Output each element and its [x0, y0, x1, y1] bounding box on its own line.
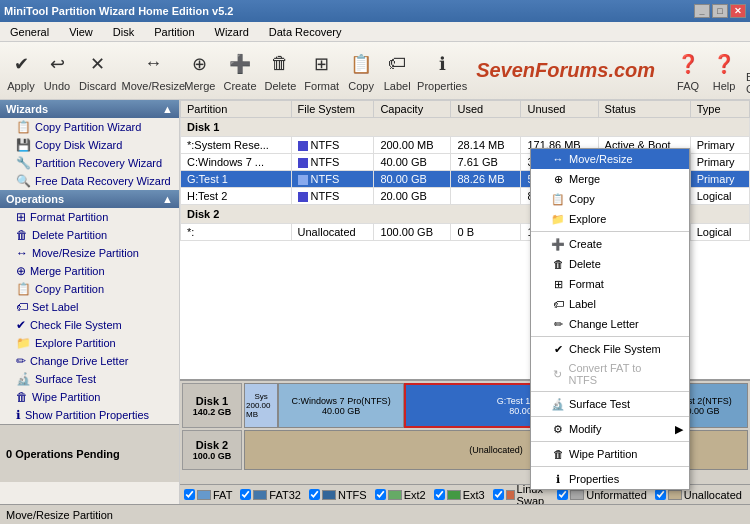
minimize-button[interactable]: _	[694, 4, 710, 18]
ctx-modify[interactable]: ⚙ Modify ▶	[531, 419, 689, 439]
sidebar-format-partition[interactable]: ⊞ Format Partition	[0, 208, 179, 226]
ctx-change-letter[interactable]: ✏ Change Letter	[531, 314, 689, 334]
brand-text: SevenForums.com	[476, 59, 663, 82]
menu-disk[interactable]: Disk	[107, 24, 140, 40]
operations-pending: 0 Operations Pending	[0, 424, 179, 482]
sidebar-surface-test[interactable]: 🔬 Surface Test	[0, 370, 179, 388]
ctx-copy-icon: 📋	[551, 192, 565, 206]
disk1-header: Disk 1	[181, 118, 750, 137]
ctx-label[interactable]: 🏷 Label	[531, 294, 689, 314]
format-partition-icon: ⊞	[16, 210, 26, 224]
legend-ext2-checkbox[interactable]	[375, 489, 386, 500]
ctx-explore[interactable]: 📁 Explore	[531, 209, 689, 229]
legend-fat[interactable]: FAT	[184, 489, 232, 501]
wizards-header[interactable]: Wizards ▲	[0, 100, 179, 118]
sidebar-partition-recovery-wizard[interactable]: 🔧 Partition Recovery Wizard	[0, 154, 179, 172]
toolbar-apply[interactable]: ✔ Apply	[4, 45, 38, 97]
ctx-explore-icon: 📁	[551, 212, 565, 226]
toolbar-help[interactable]: ❓ Help	[707, 45, 741, 97]
toolbar-bootable-cd[interactable]: 💿 Bootable CD	[743, 45, 750, 97]
menu-wizard[interactable]: Wizard	[209, 24, 255, 40]
disk1-sys-segment[interactable]: Sys 200.00 MB	[244, 383, 278, 428]
toolbar-create[interactable]: ➕ Create	[220, 45, 259, 97]
ctx-copy[interactable]: 📋 Copy	[531, 189, 689, 209]
ctx-label-icon: 🏷	[551, 297, 565, 311]
wipe-partition-icon: 🗑	[16, 390, 28, 404]
toolbar-format[interactable]: ⊞ Format	[301, 45, 342, 97]
ctx-merge-icon: ⊕	[551, 172, 565, 186]
ctx-change-letter-icon: ✏	[551, 317, 565, 331]
show-partition-props-icon: ℹ	[16, 408, 21, 422]
title-text: MiniTool Partition Wizard Home Edition v…	[4, 5, 234, 17]
ctx-delete-icon: 🗑	[551, 257, 565, 271]
legend-unformatted[interactable]: Unformatted	[557, 489, 647, 501]
copy-partition-sidebar-icon: 📋	[16, 282, 31, 296]
toolbar-label[interactable]: 🏷 Label	[380, 45, 414, 97]
sidebar-free-data-recovery-wizard[interactable]: 🔍 Free Data Recovery Wizard	[0, 172, 179, 190]
sidebar-copy-disk-wizard[interactable]: 💾 Copy Disk Wizard	[0, 136, 179, 154]
legend-fat-checkbox[interactable]	[184, 489, 195, 500]
ctx-properties[interactable]: ℹ Properties	[531, 469, 689, 489]
col-used: Used	[451, 101, 521, 118]
legend-ntfs-checkbox[interactable]	[309, 489, 320, 500]
legend-ext2[interactable]: Ext2	[375, 489, 426, 501]
close-button[interactable]: ✕	[730, 4, 746, 18]
sidebar-wipe-partition[interactable]: 🗑 Wipe Partition	[0, 388, 179, 406]
ctx-move-resize-icon: ↔	[551, 152, 565, 166]
toolbar-move-resize[interactable]: ↔ Move/Resize	[127, 45, 179, 97]
ctx-wipe-partition[interactable]: 🗑 Wipe Partition	[531, 444, 689, 464]
sidebar-show-partition-properties[interactable]: ℹ Show Partition Properties	[0, 406, 179, 424]
legend-unformatted-checkbox[interactable]	[557, 489, 568, 500]
toolbar-discard[interactable]: ✕ Discard	[76, 45, 119, 97]
legend-linux-swap-checkbox[interactable]	[493, 489, 504, 500]
sidebar-delete-partition[interactable]: 🗑 Delete Partition	[0, 226, 179, 244]
ctx-check-file-system[interactable]: ✔ Check File System	[531, 339, 689, 359]
status-text: Move/Resize Partition	[6, 509, 113, 521]
menu-partition[interactable]: Partition	[148, 24, 200, 40]
ctx-surface-test[interactable]: 🔬 Surface Test	[531, 394, 689, 414]
sidebar-merge-partition[interactable]: ⊕ Merge Partition	[0, 262, 179, 280]
toolbar-merge[interactable]: ⊕ Merge	[181, 45, 218, 97]
toolbar-undo[interactable]: ↩ Undo	[40, 45, 74, 97]
ctx-move-resize[interactable]: ↔ Move/Resize	[531, 149, 689, 169]
ctx-divider-3	[531, 391, 689, 392]
maximize-button[interactable]: □	[712, 4, 728, 18]
sidebar-copy-partition[interactable]: 📋 Copy Partition	[0, 280, 179, 298]
legend-ntfs[interactable]: NTFS	[309, 489, 367, 501]
sidebar-set-label[interactable]: 🏷 Set Label	[0, 298, 179, 316]
legend-fat32-checkbox[interactable]	[240, 489, 251, 500]
ctx-merge[interactable]: ⊕ Merge	[531, 169, 689, 189]
sidebar-move-resize-partition[interactable]: ↔ Move/Resize Partition	[0, 244, 179, 262]
label-icon: 🏷	[383, 50, 411, 78]
sidebar-copy-partition-wizard[interactable]: 📋 Copy Partition Wizard	[0, 118, 179, 136]
ctx-delete[interactable]: 🗑 Delete	[531, 254, 689, 274]
ctx-create[interactable]: ➕ Create	[531, 234, 689, 254]
sidebar-change-drive-letter[interactable]: ✏ Change Drive Letter	[0, 352, 179, 370]
legend-fat32[interactable]: FAT32	[240, 489, 301, 501]
col-capacity: Capacity	[374, 101, 451, 118]
ctx-format[interactable]: ⊞ Format	[531, 274, 689, 294]
menu-data-recovery[interactable]: Data Recovery	[263, 24, 348, 40]
partition-name: *:System Rese...	[181, 137, 292, 154]
toolbar-copy[interactable]: 📋 Copy	[344, 45, 378, 97]
legend-ext3-checkbox[interactable]	[434, 489, 445, 500]
menu-general[interactable]: General	[4, 24, 55, 40]
legend-unallocated[interactable]: Unallocated	[655, 489, 742, 501]
legend-unallocated-checkbox[interactable]	[655, 489, 666, 500]
merge-partition-icon: ⊕	[16, 264, 26, 278]
help-icon: ❓	[710, 50, 738, 78]
toolbar-properties[interactable]: ℹ Properties	[416, 45, 468, 97]
toolbar-faq[interactable]: ❓ FAQ	[671, 45, 705, 97]
disk1-windows-segment[interactable]: C:Windows 7 Pro(NTFS) 40.00 GB	[278, 383, 404, 428]
operations-header[interactable]: Operations ▲	[0, 190, 179, 208]
sidebar-check-file-system[interactable]: ✔ Check File System	[0, 316, 179, 334]
legend-ext3[interactable]: Ext3	[434, 489, 485, 501]
toolbar: ✔ Apply ↩ Undo ✕ Discard ↔ Move/Resize ⊕…	[0, 42, 750, 100]
unallocated-swatch	[668, 490, 682, 500]
partition-recovery-icon: 🔧	[16, 156, 31, 170]
toolbar-delete[interactable]: 🗑 Delete	[262, 45, 300, 97]
ctx-modify-icon: ⚙	[551, 422, 565, 436]
sidebar-explore-partition[interactable]: 📁 Explore Partition	[0, 334, 179, 352]
menu-view[interactable]: View	[63, 24, 99, 40]
properties-icon: ℹ	[428, 50, 456, 78]
